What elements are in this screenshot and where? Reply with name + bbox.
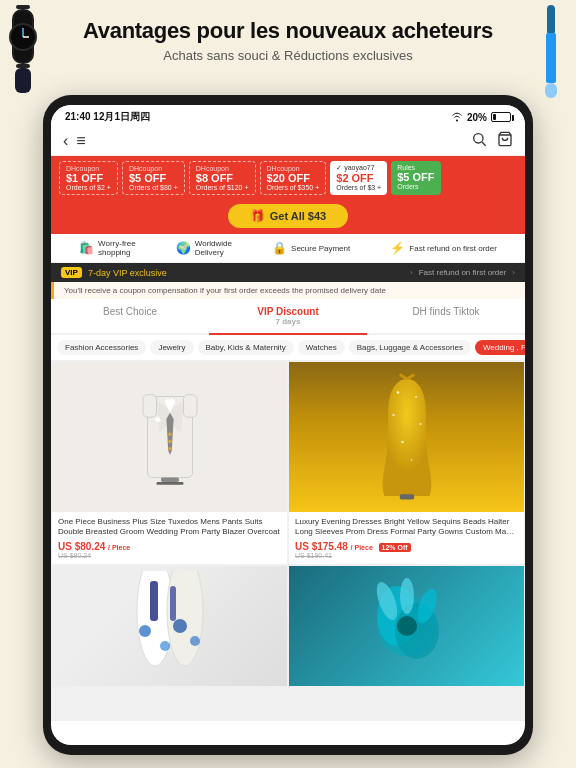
status-time: 21:40 12月1日周四 xyxy=(65,110,150,124)
svg-point-43 xyxy=(410,459,412,461)
sub-title: Achats sans souci & Réductions exclusive… xyxy=(0,48,576,63)
svg-point-35 xyxy=(190,636,200,646)
svg-rect-46 xyxy=(399,494,413,499)
svg-line-14 xyxy=(482,142,486,146)
svg-point-34 xyxy=(173,619,187,633)
products-grid: One Piece Business Plus Size Tuxedos Men… xyxy=(51,361,525,721)
cat-bags[interactable]: Bags, Luggage & Accessories xyxy=(349,340,471,355)
product-col-left: One Piece Business Plus Size Tuxedos Men… xyxy=(51,361,288,721)
product-card-4[interactable] xyxy=(289,566,524,686)
svg-point-22 xyxy=(168,440,172,444)
cat-wedding[interactable]: Wedding , Party & Events xyxy=(475,340,525,355)
svg-point-52 xyxy=(400,578,414,614)
coupon-2[interactable]: DHcoupon $5 OFF Orders of $80 + xyxy=(122,161,185,195)
tablet-screen: 21:40 12月1日周四 20% ‹ ≡ xyxy=(51,105,525,745)
svg-rect-26 xyxy=(183,395,197,418)
cat-fashion-accessories[interactable]: Fashion Accessories xyxy=(57,340,146,355)
vip-refund: Fast refund on first order xyxy=(419,268,507,277)
coupon-rules[interactable]: Rules $5 OFF Orders xyxy=(391,161,440,195)
svg-point-32 xyxy=(139,625,151,637)
coupon-3[interactable]: DHcoupon $8 OFF Orders of $120 + xyxy=(189,161,256,195)
svg-line-44 xyxy=(399,374,406,379)
battery-icon xyxy=(491,112,511,122)
svg-point-23 xyxy=(168,447,172,451)
tabs-row: Best Choice VIP Discount 7 days DH finds… xyxy=(51,299,525,335)
get-all-button[interactable]: 🎁 Get All $43 xyxy=(228,204,348,228)
feature-payment: 🔒 Secure Payment xyxy=(272,239,350,257)
status-icons: 20% xyxy=(451,112,511,123)
product-card-1[interactable]: One Piece Business Plus Size Tuxedos Men… xyxy=(52,362,287,564)
product-title-2: Luxury Evening Dresses Bright Yellow Seq… xyxy=(295,517,518,538)
coupon-user[interactable]: ✓ yaoyao77 $2 OFF Orders of $3 + xyxy=(330,161,387,195)
svg-line-45 xyxy=(407,374,414,379)
svg-rect-12 xyxy=(545,83,557,98)
delivery-icon: 🌍 xyxy=(176,241,191,255)
svg-point-40 xyxy=(392,413,395,416)
notification-text: You'll receive a coupon compensation if … xyxy=(64,286,386,295)
svg-rect-28 xyxy=(161,478,179,483)
svg-point-41 xyxy=(419,423,421,425)
tab-best-choice[interactable]: Best Choice xyxy=(51,299,209,335)
product-image-2 xyxy=(289,362,524,512)
feature-refund: ⚡ Fast refund on first order xyxy=(390,239,497,257)
svg-rect-36 xyxy=(150,581,158,621)
coupon-4[interactable]: DHcoupon $20 OFF Orders of $350 + xyxy=(260,161,327,195)
tab-vip-discount[interactable]: VIP Discount 7 days xyxy=(209,299,367,335)
payment-text: Secure Payment xyxy=(291,244,350,253)
features-row: 🛍️ Worry-freeshopping 🌍 WorldwideDeliver… xyxy=(51,234,525,263)
svg-point-13 xyxy=(474,134,483,143)
status-bar: 21:40 12月1日周四 20% xyxy=(51,105,525,127)
svg-point-53 xyxy=(397,616,417,636)
cat-baby[interactable]: Baby, Kids & Maternity xyxy=(198,340,294,355)
product-image-3 xyxy=(52,566,287,686)
product-price-2: US $175.48 / Piece 12% Off xyxy=(295,541,518,552)
product-title-1: One Piece Business Plus Size Tuxedos Men… xyxy=(58,517,281,538)
discount-badge-2: 12% Off xyxy=(379,543,411,552)
vip-banner[interactable]: VIP 7-day VIP exclusive › Fast refund on… xyxy=(51,263,525,282)
cat-watches[interactable]: Watches xyxy=(298,340,345,355)
tablet-frame: 21:40 12月1日周四 20% ‹ ≡ xyxy=(43,95,533,755)
svg-rect-9 xyxy=(15,68,31,93)
tab-dh-tiktok[interactable]: DH finds Tiktok xyxy=(367,299,525,335)
main-title: Avantages pour les nouveaux acheteurs xyxy=(0,18,576,44)
product-info-1: One Piece Business Plus Size Tuxedos Men… xyxy=(52,512,287,564)
svg-point-33 xyxy=(160,641,170,651)
menu-button[interactable]: ≡ xyxy=(76,132,85,150)
tab-best-choice-label: Best Choice xyxy=(103,306,157,317)
product-col-right: Luxury Evening Dresses Bright Yellow Seq… xyxy=(288,361,525,721)
tab-dh-tiktok-label: DH finds Tiktok xyxy=(412,306,479,317)
product-image-1 xyxy=(52,362,287,512)
product-old-price-2: US $190.41 xyxy=(295,552,518,559)
svg-rect-8 xyxy=(16,64,30,68)
svg-rect-37 xyxy=(170,586,176,621)
cat-jewelry[interactable]: Jewelry xyxy=(150,340,193,355)
product-price-1: US $80.24 / Piece xyxy=(58,541,281,552)
categories-row: Fashion Accessories Jewelry Baby, Kids &… xyxy=(51,335,525,361)
cart-button[interactable] xyxy=(497,131,513,151)
delivery-text: WorldwideDelivery xyxy=(195,239,232,257)
wifi-icon xyxy=(451,112,463,122)
vip-badge: VIP xyxy=(61,267,82,278)
svg-point-21 xyxy=(168,433,172,437)
back-button[interactable]: ‹ xyxy=(63,132,68,150)
gift-icon: 🎁 xyxy=(250,209,265,223)
refund-icon: ⚡ xyxy=(390,241,405,255)
tab-vip-discount-sub: 7 days xyxy=(213,317,363,326)
tab-vip-discount-label: VIP Discount xyxy=(257,306,319,317)
product-info-2: Luxury Evening Dresses Bright Yellow Seq… xyxy=(289,512,524,564)
product-card-3[interactable] xyxy=(52,566,287,686)
product-old-price-1: US $80.24 xyxy=(58,552,281,559)
coupons-row: DHcoupon $1 OFF Orders of $2 + DHcoupon … xyxy=(51,156,525,200)
worry-free-icon: 🛍️ xyxy=(79,241,94,255)
notification-bar: You'll receive a coupon compensation if … xyxy=(51,282,525,299)
svg-rect-25 xyxy=(143,395,157,418)
product-image-4 xyxy=(289,566,524,686)
coupon-1[interactable]: DHcoupon $1 OFF Orders of $2 + xyxy=(59,161,118,195)
feature-worry-free: 🛍️ Worry-freeshopping xyxy=(79,239,136,257)
worry-free-text: Worry-freeshopping xyxy=(98,239,136,257)
product-card-2[interactable]: Luxury Evening Dresses Bright Yellow Seq… xyxy=(289,362,524,564)
search-button[interactable] xyxy=(471,131,487,151)
svg-point-38 xyxy=(396,391,399,394)
svg-point-39 xyxy=(415,396,417,398)
get-all-row: 🎁 Get All $43 xyxy=(51,200,525,234)
